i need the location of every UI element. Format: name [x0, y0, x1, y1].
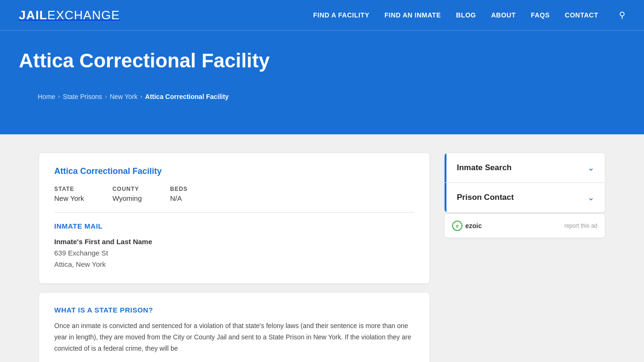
ezoic-icon: e: [452, 221, 462, 231]
county-label: COUNTY: [112, 186, 141, 192]
facility-name: Attica Correctional Facility: [54, 166, 414, 176]
beds-label: BEDS: [170, 186, 188, 192]
sidebar: Inmate Search ⌄ Prison Contact ⌄ e ezoic…: [445, 153, 605, 238]
search-icon[interactable]: ⚲: [619, 10, 625, 20]
mail-street: 639 Exchange St: [54, 247, 414, 259]
breadcrumb-state-prisons[interactable]: State Prisons: [63, 93, 102, 100]
inmate-search-chevron-icon: ⌄: [587, 163, 594, 173]
beds-info: BEDS N/A: [170, 186, 188, 203]
state-prison-body: Once an inmate is convicted and sentence…: [54, 321, 414, 354]
content-area: Attica Correctional Facility STATE New Y…: [20, 134, 624, 362]
inmate-mail-heading: INMATE MAIL: [54, 222, 414, 230]
state-value: New York: [54, 194, 84, 202]
inmate-search-header[interactable]: Inmate Search ⌄: [445, 153, 605, 182]
breadcrumb-chevron-2: ›: [105, 93, 107, 100]
breadcrumb-chevron-1: ›: [58, 93, 60, 100]
breadcrumb-chevron-3: ›: [140, 93, 142, 100]
nav-find-facility[interactable]: FIND A FACILITY: [313, 11, 369, 19]
nav-blog[interactable]: BLOG: [456, 11, 476, 19]
logo-exchange: EXCHANGE: [47, 8, 120, 22]
nav-faqs[interactable]: FAQs: [531, 11, 550, 19]
prison-contact-chevron-icon: ⌄: [587, 192, 594, 203]
beds-value: N/A: [170, 194, 182, 202]
inmate-search-accordion: Inmate Search ⌄: [445, 153, 605, 183]
mail-address: Inmate's First and Last Name 639 Exchang…: [54, 238, 414, 270]
nav-links: FIND A FACILITY FIND AN INMATE BLOG ABOU…: [313, 10, 625, 20]
ezoic-logo: e ezoic: [452, 221, 482, 231]
prison-contact-accordion: Prison Contact ⌄: [445, 183, 605, 212]
nav-about[interactable]: ABOUT: [491, 11, 516, 19]
ad-area: e ezoic report this ad: [445, 214, 605, 238]
nav-find-inmate[interactable]: FIND AN INMATE: [384, 11, 441, 19]
inmate-name-placeholder: Inmate's First and Last Name: [54, 238, 414, 246]
state-info: STATE New York: [54, 186, 84, 203]
main-column: Attica Correctional Facility STATE New Y…: [39, 153, 429, 362]
nav-contact[interactable]: CONTACT: [565, 11, 598, 19]
site-logo[interactable]: JAILEXCHANGE: [19, 8, 120, 23]
prison-contact-label: Prison Contact: [457, 193, 514, 202]
page-title: Attica Correctional Facility: [19, 49, 625, 72]
breadcrumb-current: Attica Correctional Facility: [145, 93, 229, 100]
sidebar-widget: Inmate Search ⌄ Prison Contact ⌄: [445, 153, 605, 212]
facility-card: Attica Correctional Facility STATE New Y…: [39, 153, 429, 283]
county-value: Wyoming: [112, 194, 141, 202]
navbar: JAILEXCHANGE FIND A FACILITY FIND AN INM…: [0, 0, 644, 30]
report-ad-link[interactable]: report this ad: [564, 222, 597, 229]
county-info: COUNTY Wyoming: [112, 186, 141, 203]
breadcrumb: Home › State Prisons › New York › Attica…: [19, 82, 625, 112]
mail-city: Attica, New York: [54, 259, 414, 270]
divider: [54, 212, 414, 213]
hero-section: Attica Correctional Facility Home › Stat…: [0, 30, 644, 134]
info-grid: STATE New York COUNTY Wyoming BEDS N/A: [54, 186, 414, 203]
logo-jail: JAIL: [19, 8, 47, 22]
state-prison-info-card: WHAT IS A STATE PRISON? Once an inmate i…: [39, 293, 429, 362]
state-prison-heading: WHAT IS A STATE PRISON?: [54, 306, 414, 314]
breadcrumb-home[interactable]: Home: [38, 93, 55, 100]
inmate-search-label: Inmate Search: [457, 163, 512, 173]
state-label: STATE: [54, 186, 84, 192]
prison-contact-header[interactable]: Prison Contact ⌄: [445, 183, 605, 212]
ezoic-text: ezoic: [465, 222, 482, 230]
breadcrumb-new-york[interactable]: New York: [110, 93, 138, 100]
